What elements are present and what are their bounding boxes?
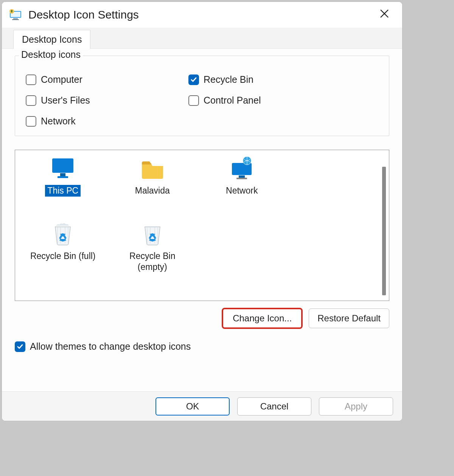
allow-themes-checkbox-box[interactable] [15,341,25,352]
svg-rect-12 [236,178,247,179]
icon-item-recycle-bin-full[interactable]: Recycle Bin (full) [18,219,108,273]
check-icon [17,343,23,350]
check-icon [190,76,197,83]
restore-default-button[interactable]: Restore Default [309,309,389,328]
checkbox-label: User's Files [41,95,90,106]
titlebar: Desktop Icon Settings [2,2,402,28]
dialog-title: Desktop Icon Settings [28,8,139,21]
ok-button[interactable]: OK [155,397,230,416]
recycle-empty-icon [139,221,166,248]
content-area: Desktop icons ComputerRecycle BinUser's … [2,49,402,359]
svg-rect-11 [239,175,245,178]
scrollbar[interactable] [379,150,389,301]
checkbox-box[interactable] [188,74,199,85]
checkbox-label: Computer [41,74,82,85]
checkbox-computer[interactable]: Computer [26,74,188,85]
recycle-full-icon [49,221,76,248]
checkbox-box[interactable] [26,116,36,127]
icon-item-label: Network [224,185,260,197]
icon-item-this-pc[interactable]: This PC [18,154,108,197]
checkbox-recycle-bin[interactable]: Recycle Bin [188,74,378,85]
checkbox-box[interactable] [188,95,199,106]
icon-item-network[interactable]: Network [197,154,287,197]
icon-item-malavida[interactable]: Malavida [108,154,197,197]
folder-icon [139,155,166,183]
close-button[interactable] [376,7,393,23]
apply-button[interactable]: Apply [319,397,393,416]
svg-rect-3 [12,19,19,20]
groupbox-legend: Desktop icons [19,49,83,60]
checkbox-box[interactable] [26,74,36,85]
checkbox-control-panel[interactable]: Control Panel [188,95,378,106]
tab-desktop-icons[interactable]: Desktop Icons [13,30,90,49]
app-icon [9,8,22,22]
icon-item-label: Malavida [133,185,172,197]
checkbox-label: Recycle Bin [204,74,253,85]
checkbox-label: Control Panel [204,95,261,106]
cancel-button[interactable]: Cancel [237,397,311,416]
icon-item-label: Recycle Bin (empty) [113,250,192,273]
icon-item-label: This PC [45,185,81,197]
svg-rect-2 [13,18,18,19]
dialog-button-row: OK Cancel Apply [2,391,402,421]
allow-themes-checkbox-label: Allow themes to change desktop icons [30,341,191,352]
close-icon [379,9,389,19]
monitor-icon [49,155,76,183]
svg-rect-7 [52,158,73,173]
svg-rect-9 [58,176,68,178]
checkbox-box[interactable] [26,95,36,106]
svg-rect-8 [60,173,65,176]
dialog-window: Desktop Icon Settings Desktop Icons Desk… [2,2,403,421]
svg-rect-10 [232,163,252,175]
tabstrip: Desktop Icons [2,28,402,49]
scrollbar-thumb[interactable] [382,167,386,295]
icon-item-label: Recycle Bin (full) [28,250,98,262]
change-icon-button[interactable]: Change Icon... [222,309,302,328]
allow-themes-checkbox[interactable]: Allow themes to change desktop icons [15,341,389,352]
checkbox-label: Network [41,116,76,127]
desktop-icons-groupbox: Desktop icons ComputerRecycle BinUser's … [15,56,389,136]
checkbox-network[interactable]: Network [26,116,188,127]
icon-item-recycle-bin-empty[interactable]: Recycle Bin (empty) [108,219,197,273]
network-icon [228,155,255,183]
icon-buttons-row: Change Icon... Restore Default [15,309,389,328]
checkbox-user-s-files[interactable]: User's Files [26,95,188,106]
icon-listview[interactable]: This PCMalavidaNetworkRecycle Bin (full)… [15,150,389,301]
